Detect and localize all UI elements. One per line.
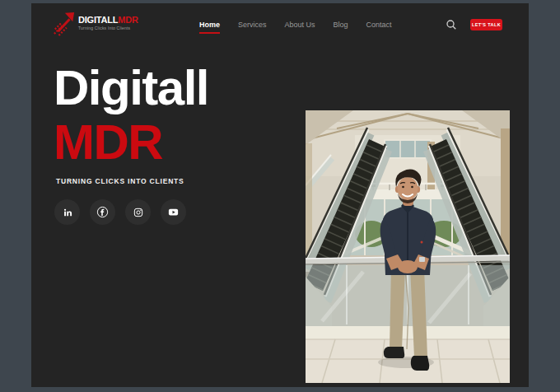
nav-item-services[interactable]: Services xyxy=(238,21,267,32)
nav-item-home[interactable]: Home xyxy=(199,21,220,34)
hero-tagline: TURNING CLICKS INTO CLIENTS xyxy=(56,177,184,185)
hero-title: Digitall MDR xyxy=(54,61,208,170)
linkedin-icon[interactable] xyxy=(54,199,80,225)
search-icon[interactable] xyxy=(446,19,457,30)
nav-item-blog[interactable]: Blog xyxy=(334,21,348,32)
youtube-icon[interactable] xyxy=(161,199,186,225)
instagram-icon[interactable] xyxy=(125,199,151,225)
main-nav: Home Services About Us Blog Contact xyxy=(199,21,392,34)
hero-title-line2: MDR xyxy=(54,115,208,170)
site-panel: DIGITALLMDR Turning Clicks Into Clients … xyxy=(31,3,529,387)
nav-item-contact[interactable]: Contact xyxy=(366,21,392,32)
logo-brand-primary: DIGITALL xyxy=(78,15,118,25)
brand-logo[interactable]: DIGITALLMDR Turning Clicks Into Clients xyxy=(53,10,138,36)
lets-talk-button[interactable]: LET'S TALK xyxy=(470,19,502,30)
social-links xyxy=(54,199,186,225)
hero-photo xyxy=(306,110,510,383)
nav-item-about-us[interactable]: About Us xyxy=(285,21,315,32)
logo-wordmark: DIGITALLMDR xyxy=(78,16,138,25)
facebook-icon[interactable] xyxy=(90,199,115,225)
logo-arrow-icon xyxy=(53,10,76,36)
logo-tagline: Turning Clicks Into Clients xyxy=(78,26,138,30)
hero-title-line1: Digitall xyxy=(54,61,208,115)
logo-brand-accent: MDR xyxy=(118,15,138,25)
top-navigation-bar: DIGITALLMDR Turning Clicks Into Clients … xyxy=(31,3,529,48)
